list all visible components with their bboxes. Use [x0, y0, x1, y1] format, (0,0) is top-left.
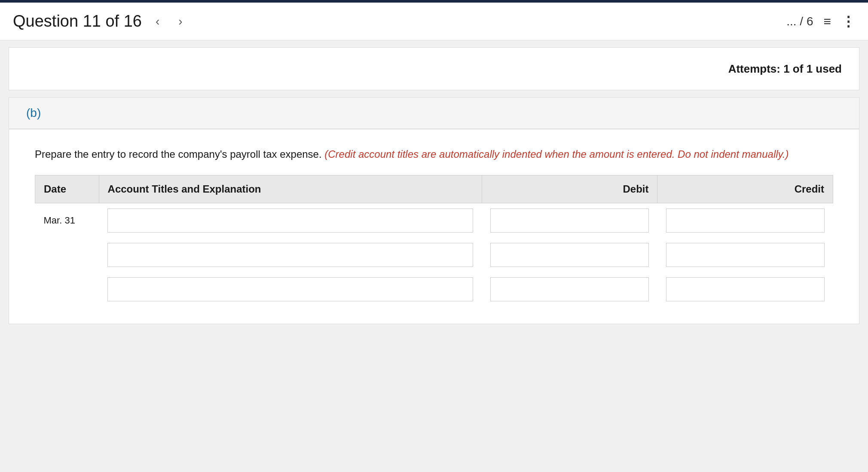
part-b-section: (b)	[9, 97, 859, 129]
page-indicator: ... / 6	[786, 15, 813, 28]
header: Question 11 of 16 ‹ › ... / 6 ≡ ⋮	[0, 3, 868, 40]
date-cell-1: Mar. 31	[35, 203, 99, 238]
account-input-1[interactable]	[107, 208, 473, 233]
instruction-red: (Credit account titles are automatically…	[324, 148, 789, 160]
date-cell-3	[35, 272, 99, 306]
credit-input-1[interactable]	[666, 208, 825, 233]
attempts-section: Attempts: 1 of 1 used	[9, 47, 859, 90]
debit-input-3[interactable]	[490, 277, 649, 301]
instruction-text: Prepare the entry to record the company'…	[35, 147, 833, 162]
credit-input-cell-2	[657, 238, 833, 272]
account-input-2[interactable]	[107, 243, 473, 267]
debit-input-2[interactable]	[490, 243, 649, 267]
header-right: ... / 6 ≡ ⋮	[786, 13, 855, 30]
header-left: Question 11 of 16 ‹ ›	[13, 11, 188, 32]
journal-table: Date Account Titles and Explanation Debi…	[35, 175, 833, 306]
credit-input-2[interactable]	[666, 243, 825, 267]
col-header-credit: Credit	[657, 175, 833, 203]
debit-input-cell-2	[482, 238, 657, 272]
table-header-row: Date Account Titles and Explanation Debi…	[35, 175, 833, 203]
more-menu-icon[interactable]: ⋮	[841, 13, 855, 30]
col-header-account: Account Titles and Explanation	[99, 175, 482, 203]
part-label: (b)	[26, 106, 41, 120]
credit-input-cell-3	[657, 272, 833, 306]
col-header-date: Date	[35, 175, 99, 203]
table-row	[35, 238, 833, 272]
content-section: Prepare the entry to record the company'…	[9, 129, 859, 324]
account-input-cell-2	[99, 238, 482, 272]
credit-input-3[interactable]	[666, 277, 825, 301]
table-row	[35, 272, 833, 306]
col-header-debit: Debit	[482, 175, 657, 203]
debit-input-cell-1	[482, 203, 657, 238]
account-input-cell-3	[99, 272, 482, 306]
question-title: Question 11 of 16	[13, 12, 142, 31]
debit-input-1[interactable]	[490, 208, 649, 233]
table-row: Mar. 31	[35, 203, 833, 238]
date-cell-2	[35, 238, 99, 272]
instruction-plain: Prepare the entry to record the company'…	[35, 148, 322, 160]
account-input-cell-1	[99, 203, 482, 238]
credit-input-cell-1	[657, 203, 833, 238]
debit-input-cell-3	[482, 272, 657, 306]
attempts-text: Attempts: 1 of 1 used	[728, 62, 842, 76]
next-button[interactable]: ›	[173, 11, 187, 32]
account-input-3[interactable]	[107, 277, 473, 301]
list-icon[interactable]: ≡	[823, 14, 831, 29]
prev-button[interactable]: ‹	[150, 11, 165, 32]
